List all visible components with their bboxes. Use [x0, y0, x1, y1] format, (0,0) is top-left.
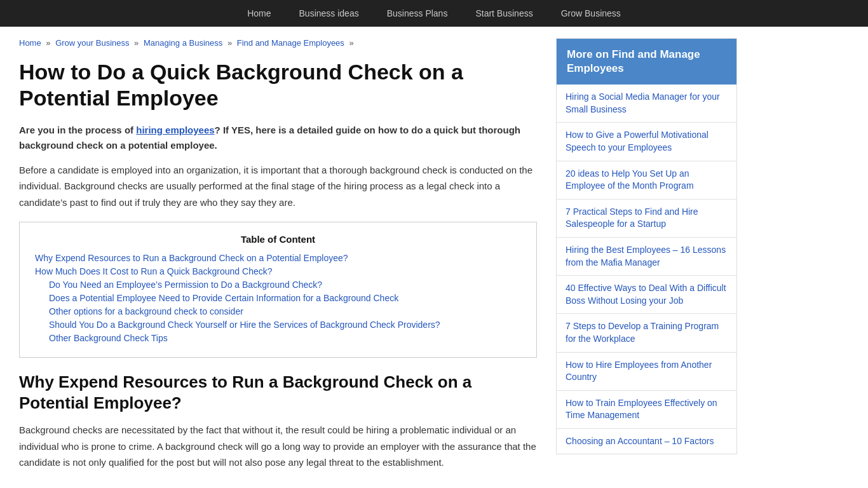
breadcrumb-sep-1: » — [46, 38, 53, 48]
breadcrumb-grow[interactable]: Grow your Business — [55, 38, 129, 48]
sidebar-link-9[interactable]: How to Train Employees Effectively on Ti… — [557, 391, 736, 428]
nav-grow-business[interactable]: Grow Business — [547, 0, 635, 27]
toc-link-6[interactable]: Should You Do a Background Check Yoursel… — [49, 320, 440, 330]
sidebar-link-1[interactable]: Hiring a Social Media Manager for your S… — [557, 85, 736, 122]
toc-link-3[interactable]: Do You Need an Employee’s Permission to … — [49, 280, 322, 290]
breadcrumb-sep-3: » — [227, 38, 234, 48]
page-title: How to Do a Quick Background Check on a … — [19, 59, 537, 111]
list-item: Hiring a Social Media Manager for your S… — [557, 85, 736, 123]
sidebar-link-10[interactable]: Choosing an Accountant – 10 Factors — [557, 429, 736, 454]
toc-title: Table of Content — [35, 234, 521, 245]
section1-paragraph: Background checks are necessitated by th… — [19, 422, 537, 471]
sidebar-link-5[interactable]: Hiring the Best Employees – 16 Lessons f… — [557, 238, 736, 275]
breadcrumb: Home » Grow your Business » Managing a B… — [19, 38, 537, 48]
toc-item: Why Expend Resources to Run a Background… — [35, 252, 521, 263]
breadcrumb-home[interactable]: Home — [19, 38, 41, 48]
toc-link-2[interactable]: How Much Does It Cost to Run a Quick Bac… — [35, 266, 273, 276]
toc-item-sub: Other options for a background check to … — [35, 306, 521, 316]
nav-start-business[interactable]: Start Business — [461, 0, 546, 27]
toc-link-7[interactable]: Other Background Check Tips — [49, 333, 168, 343]
page-wrapper: Home » Grow your Business » Managing a B… — [0, 27, 868, 478]
sidebar-link-2[interactable]: How to Give a Powerful Motivational Spee… — [557, 123, 736, 160]
table-of-contents: Table of Content Why Expend Resources to… — [19, 222, 537, 358]
toc-link-4[interactable]: Does a Potential Employee Need to Provid… — [49, 293, 398, 303]
section1-title: Why Expend Resources to Run a Background… — [19, 372, 537, 413]
list-item: Hiring the Best Employees – 16 Lessons f… — [557, 238, 736, 276]
toc-list: Why Expend Resources to Run a Background… — [35, 252, 521, 343]
breadcrumb-sep-2: » — [134, 38, 141, 48]
breadcrumb-find[interactable]: Find and Manage Employees — [237, 38, 344, 48]
toc-item: How Much Does It Cost to Run a Quick Bac… — [35, 266, 521, 276]
list-item: 40 Effective Ways to Deal With a Difficu… — [557, 276, 736, 314]
hiring-employees-link[interactable]: hiring employees — [136, 125, 214, 135]
nav-home[interactable]: Home — [233, 0, 285, 27]
navigation: Home Business ideas Business Plans Start… — [0, 0, 868, 27]
sidebar-link-7[interactable]: 7 Steps to Develop a Training Program fo… — [557, 314, 736, 351]
list-item: How to Hire Employees from Another Count… — [557, 353, 736, 391]
sidebar-widget: More on Find and Manage Employees Hiring… — [556, 38, 737, 454]
toc-item-sub: Should You Do a Background Check Yoursel… — [35, 319, 521, 330]
sidebar: More on Find and Manage Employees Hiring… — [556, 38, 737, 478]
list-item: How to Train Employees Effectively on Ti… — [557, 391, 736, 429]
sidebar-widget-title: More on Find and Manage Employees — [557, 39, 736, 85]
list-item: 7 Steps to Develop a Training Program fo… — [557, 314, 736, 352]
breadcrumb-sep-4: » — [349, 38, 353, 48]
sidebar-link-3[interactable]: 20 ideas to Help You Set Up an Employee … — [557, 161, 736, 199]
sidebar-link-6[interactable]: 40 Effective Ways to Deal With a Difficu… — [557, 276, 736, 313]
nav-business-ideas[interactable]: Business ideas — [285, 0, 373, 27]
toc-link-1[interactable]: Why Expend Resources to Run a Background… — [35, 253, 348, 263]
intro-bold-paragraph: Are you in the process of hiring employe… — [19, 123, 537, 153]
sidebar-links-list: Hiring a Social Media Manager for your S… — [557, 85, 736, 454]
toc-item-sub: Do You Need an Employee’s Permission to … — [35, 279, 521, 290]
main-content: Home » Grow your Business » Managing a B… — [19, 38, 556, 478]
list-item: How to Give a Powerful Motivational Spee… — [557, 123, 736, 161]
toc-item-sub: Does a Potential Employee Need to Provid… — [35, 292, 521, 303]
list-item: Choosing an Accountant – 10 Factors — [557, 429, 736, 454]
list-item: 20 ideas to Help You Set Up an Employee … — [557, 161, 736, 200]
nav-business-plans[interactable]: Business Plans — [373, 0, 462, 27]
list-item: 7 Practical Steps to Find and Hire Sales… — [557, 200, 736, 238]
intro-pre: Are you in the process of — [19, 125, 136, 135]
intro-paragraph: Before a candidate is employed into an o… — [19, 162, 537, 211]
toc-item-sub: Other Background Check Tips — [35, 332, 521, 343]
breadcrumb-managing[interactable]: Managing a Business — [144, 38, 222, 48]
sidebar-link-8[interactable]: How to Hire Employees from Another Count… — [557, 353, 736, 390]
sidebar-link-4[interactable]: 7 Practical Steps to Find and Hire Sales… — [557, 200, 736, 237]
toc-link-5[interactable]: Other options for a background check to … — [49, 306, 243, 316]
